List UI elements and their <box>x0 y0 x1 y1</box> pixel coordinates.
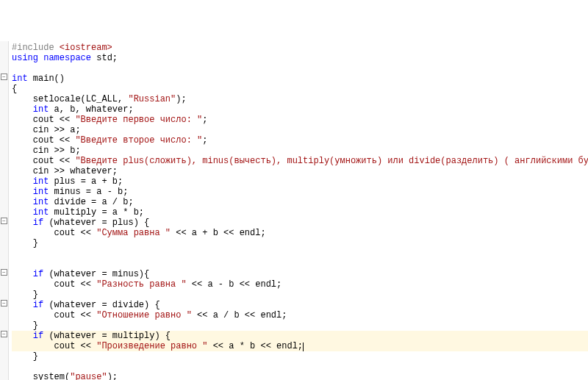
token-id: { <box>12 84 17 94</box>
token-id: cout << <box>12 279 96 290</box>
token-id: (whatever = minus){ <box>43 269 149 279</box>
token-id: << a - b << endl; <box>187 279 282 290</box>
code-line[interactable]: cin >> whatever; <box>12 166 588 176</box>
code-line[interactable] <box>12 362 588 372</box>
token-str: "Произведение равно " <box>96 341 207 351</box>
fold-toggle-icon[interactable]: − <box>1 331 7 337</box>
code-line[interactable]: if (whatever = minus){ <box>12 269 588 279</box>
token-id: } <box>12 320 38 331</box>
token-kw: if <box>33 300 43 310</box>
code-area[interactable]: #include <iostream>using namespace std;i… <box>9 41 588 380</box>
token-id <box>12 331 33 341</box>
token-inc: <iostream> <box>60 43 112 53</box>
text-caret <box>303 343 304 351</box>
token-id: minus = a - b; <box>49 187 128 197</box>
token-kw: int <box>12 74 28 84</box>
code-line[interactable]: int minus = a - b; <box>12 187 588 197</box>
token-str: "Russian" <box>128 94 176 104</box>
token-id: main() <box>28 74 65 84</box>
token-kw: int <box>33 197 49 207</box>
code-line[interactable]: cout << "Произведение равно " << a * b <… <box>12 341 588 351</box>
token-id: a, b, whatever; <box>49 104 133 115</box>
code-line[interactable]: int plus = a + b; <box>12 176 588 187</box>
token-id <box>12 218 33 228</box>
token-kw: if <box>33 269 43 279</box>
code-line[interactable]: if (whatever = multiply) { <box>12 331 588 341</box>
code-line[interactable]: int a, b, whatever; <box>12 104 588 115</box>
code-editor: −−−−− #include <iostream>using namespace… <box>0 41 588 380</box>
code-line[interactable]: int main() <box>12 74 588 84</box>
code-line[interactable]: cout << "Введите первое число: "; <box>12 115 588 125</box>
token-id <box>12 176 33 187</box>
token-str: "Разность равна " <box>96 279 186 290</box>
token-id: cout << <box>12 228 96 238</box>
code-line[interactable]: int multiply = a * b; <box>12 207 588 218</box>
code-line[interactable]: setlocale(LC_ALL, "Russian"); <box>12 94 588 104</box>
token-id: multiply = a * b; <box>49 207 144 218</box>
token-id: cout << <box>12 310 96 320</box>
token-str: "Сумма равна " <box>96 228 171 238</box>
token-id: << a + b << endl; <box>171 228 266 238</box>
token-kw: if <box>33 331 43 341</box>
token-id: } <box>12 238 38 248</box>
token-id: cout << <box>12 156 75 166</box>
token-id: divide = a / b; <box>49 197 133 207</box>
token-id: ; <box>202 135 207 146</box>
token-id: system( <box>12 372 70 380</box>
token-id: ); <box>107 372 118 380</box>
token-id: cin >> b; <box>12 146 81 156</box>
token-id: (whatever = multiply) { <box>43 331 171 341</box>
token-kw: using namespace <box>12 53 91 63</box>
code-line[interactable]: { <box>12 84 588 94</box>
token-id: } <box>12 351 38 362</box>
token-kw: int <box>33 104 49 115</box>
token-id: ); <box>176 94 186 104</box>
code-line[interactable]: if (whatever = plus) { <box>12 218 588 228</box>
code-line[interactable]: cout << "Сумма равна " << a + b << endl; <box>12 228 588 238</box>
token-id: } <box>12 290 38 300</box>
token-id: plus = a + b; <box>49 176 123 187</box>
token-id: (whatever = divide) { <box>43 300 159 310</box>
code-line[interactable]: cin >> b; <box>12 146 588 156</box>
code-line[interactable]: } <box>12 290 588 300</box>
code-line[interactable]: system("pause"); <box>12 372 588 380</box>
token-id: << a / b << endl; <box>192 310 287 320</box>
code-line[interactable]: if (whatever = divide) { <box>12 300 588 310</box>
token-str: "Введите второе число: " <box>75 135 202 146</box>
token-str: "pause" <box>70 372 107 380</box>
code-line[interactable]: } <box>12 238 588 248</box>
code-line[interactable]: cout << "Введите второе число: "; <box>12 135 588 146</box>
code-line[interactable]: using namespace std; <box>12 53 588 63</box>
code-line[interactable]: } <box>12 351 588 362</box>
code-line[interactable]: #include <iostream> <box>12 43 588 53</box>
code-line[interactable] <box>12 248 588 259</box>
token-id <box>12 300 33 310</box>
token-str: "Введите первое число: " <box>75 115 202 125</box>
fold-toggle-icon[interactable]: − <box>1 74 7 80</box>
token-id <box>12 187 33 197</box>
code-line[interactable]: cout << "Введите plus(сложить), minus(вы… <box>12 156 588 166</box>
token-id: cin >> whatever; <box>12 166 118 176</box>
token-kw: if <box>33 218 43 228</box>
fold-toggle-icon[interactable]: − <box>1 218 7 224</box>
token-id: std; <box>91 53 118 63</box>
token-str: "Введите plus(сложить), minus(вычесть), … <box>75 156 588 166</box>
code-line[interactable]: } <box>12 320 588 331</box>
fold-toggle-icon[interactable]: − <box>1 269 7 276</box>
token-kw: int <box>33 207 49 218</box>
code-line[interactable]: cout << "Отношение равно " << a / b << e… <box>12 310 588 320</box>
token-id: cout << <box>12 341 96 351</box>
fold-toggle-icon[interactable]: − <box>1 300 7 306</box>
code-line[interactable] <box>12 259 588 269</box>
token-id: (whatever = plus) { <box>43 218 149 228</box>
token-id: setlocale(LC_ALL, <box>12 94 128 104</box>
token-id <box>12 197 33 207</box>
code-line[interactable]: cout << "Разность равна " << a - b << en… <box>12 279 588 290</box>
token-id: cout << <box>12 115 75 125</box>
code-line[interactable]: int divide = a / b; <box>12 197 588 207</box>
token-kw: int <box>33 187 49 197</box>
code-line[interactable] <box>12 63 588 74</box>
token-str: "Отношение равно " <box>96 310 192 320</box>
token-id: ; <box>202 115 207 125</box>
code-line[interactable]: cin >> a; <box>12 125 588 135</box>
